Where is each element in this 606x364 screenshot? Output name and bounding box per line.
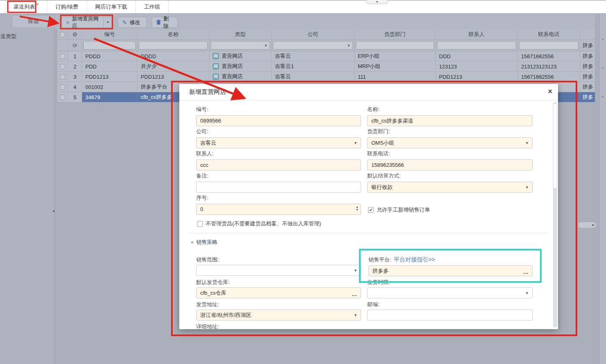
table-row[interactable]: 3 PDD1213 PDD1213 网直营网店 吉客云 111 PDD1213 … xyxy=(57,72,595,82)
row-number: 2 xyxy=(68,61,82,71)
filter-phone-input[interactable] xyxy=(519,41,579,50)
cell-name: PDD1213 xyxy=(137,72,209,82)
add-direct-shop-dialog: 新增直营网店 × 编号: 0899566 名称: cfb_cs拼多多渠道 公司:… xyxy=(179,84,558,329)
settlement-select[interactable]: 银行收款▼ xyxy=(367,182,533,193)
tab-close-icon[interactable]: × xyxy=(36,2,39,7)
row-number: 3 xyxy=(68,72,82,82)
no-goods-checkbox[interactable]: 不管理货品(不需要建货品档案、不做出入库管理) xyxy=(197,220,321,228)
select-all-checkbox[interactable] xyxy=(60,32,65,37)
name-input[interactable]: cfb_cs拼多多渠道 xyxy=(367,115,533,126)
checkbox-label: 不管理货品(不需要建货品档案、不做出入库管理) xyxy=(206,220,321,228)
delete-button[interactable]: 删除 xyxy=(152,17,178,28)
ship-limit-select[interactable]: ▼ xyxy=(367,287,533,298)
detail-address-label: 详细地址: xyxy=(196,323,219,329)
row-checkbox[interactable] xyxy=(60,64,65,69)
table-row[interactable]: 1 PDDD DDDD 网直营网店 吉客云 ERP小组 DDD 15671662… xyxy=(57,51,595,61)
row-checkbox[interactable] xyxy=(60,95,65,100)
ellipsis-icon[interactable]: … xyxy=(352,289,357,298)
checkbox-unchecked[interactable] xyxy=(197,221,203,227)
chevron-down-icon: ▼ xyxy=(106,20,110,24)
warehouse-input[interactable]: cfb_cs仓库 … xyxy=(196,287,361,298)
header-dept[interactable]: 负责部门 xyxy=(354,30,436,39)
cell-extra: 拼多 xyxy=(580,61,595,71)
filter-type-select[interactable]: ▼ xyxy=(210,41,270,50)
address-select[interactable]: 浙江省/杭州市/西湖区▼ xyxy=(196,309,361,321)
cell-dept: MRP小组 xyxy=(354,61,436,71)
filter-name-input[interactable] xyxy=(139,41,208,50)
header-code[interactable]: 编号 xyxy=(82,30,137,39)
tab-channel-list[interactable]: 渠道列表 × xyxy=(5,0,47,13)
sidebar-tree-label[interactable]: 道类型 xyxy=(0,33,16,40)
header-phone[interactable]: 联系电话 xyxy=(518,30,580,39)
tab-shop-order-download[interactable]: 网店订单下载 xyxy=(87,0,136,13)
code-input[interactable]: 0899566 xyxy=(196,115,361,126)
filter-phone-cell xyxy=(518,40,580,51)
filter-code-input[interactable] xyxy=(83,41,136,50)
close-icon[interactable]: × xyxy=(548,87,552,96)
right-splitter[interactable] xyxy=(599,14,606,364)
filter-dept-input[interactable] xyxy=(356,41,434,50)
company-select[interactable]: 吉客云▼ xyxy=(196,137,361,148)
settlement-label: 默认结算方式: xyxy=(367,172,401,180)
contact-input[interactable]: ccc xyxy=(196,159,361,171)
step-down-icon[interactable]: ▼ xyxy=(356,208,359,211)
cell-phone: 213123123123 xyxy=(518,61,580,71)
checkbox-label: 允许手工新增销售订单 xyxy=(377,206,430,214)
phone-input[interactable]: 15896235566 xyxy=(367,159,533,171)
scrollbar-thumb[interactable] xyxy=(553,103,557,189)
filter-company-select[interactable]: ▼ xyxy=(273,41,353,50)
platform-label: 销售平台:平台对接指引>> xyxy=(368,256,435,264)
allow-manual-order-checkbox[interactable]: ✔ 允许手工新增销售订单 xyxy=(368,206,430,214)
cell-phone: 15671662556 xyxy=(518,72,580,82)
dept-select[interactable]: OMS小组▼ xyxy=(367,137,533,148)
cell-company: 吉客云 xyxy=(272,72,354,82)
app-window: 渠道列表 × 订购/续费 网店订单下载 工作组 ▼ 筛选 道类型 ◀ + 新增直… xyxy=(0,0,606,364)
add-direct-shop-button[interactable]: + 新增直营网店 xyxy=(62,17,104,28)
sales-scope-select[interactable]: ▼ xyxy=(196,265,361,276)
sidebar-tab-filter[interactable]: 筛选 xyxy=(12,15,55,27)
seq-input[interactable]: 0 ▲▼ xyxy=(196,204,361,215)
chevron-down-icon: ▼ xyxy=(525,138,529,148)
tab-label: 网店订单下载 xyxy=(95,3,127,11)
right-collapse-handle[interactable]: ▶ xyxy=(578,222,597,228)
filter-contact-input[interactable] xyxy=(437,41,516,50)
number-stepper[interactable]: ▲▼ xyxy=(356,205,359,211)
filter-extra-cell: 拼多 xyxy=(580,40,595,51)
remark-input[interactable] xyxy=(196,182,361,193)
gear-icon[interactable]: ⚙ xyxy=(72,31,78,38)
edit-button[interactable]: ✎ 修改 xyxy=(118,17,147,28)
filter-empty-cell xyxy=(57,40,68,51)
row-checkbox[interactable] xyxy=(60,84,65,90)
platform-guide-link[interactable]: 平台对接指引>> xyxy=(394,256,435,263)
toolbar: + 新增直营网店 ▼ ✎ 修改 删除 xyxy=(55,14,595,30)
ellipsis-icon[interactable]: … xyxy=(523,267,529,276)
header-name[interactable]: 名称 xyxy=(137,30,209,39)
header-contact[interactable]: 联系人 xyxy=(436,30,518,39)
pencil-icon: ✎ xyxy=(122,20,127,25)
table-row[interactable]: 2 PDD 并夕夕 网直营网店 吉客云1 MRP小组 123123 213123… xyxy=(57,61,595,72)
bullet-icon xyxy=(191,241,193,243)
row-number: 4 xyxy=(68,82,82,92)
filter-name-cell xyxy=(137,40,209,51)
step-up-icon[interactable]: ▲ xyxy=(356,205,359,208)
cell-extra: 拼多 xyxy=(580,82,595,92)
dialog-scrollbar[interactable] xyxy=(553,102,557,328)
company-label: 公司: xyxy=(196,128,208,135)
collapse-header-handle[interactable]: ▼ xyxy=(366,0,388,4)
add-direct-shop-dropdown-button[interactable]: ▼ xyxy=(103,17,112,28)
filter-contact-cell xyxy=(436,40,518,51)
cell-contact: DDD xyxy=(436,51,518,61)
tab-order-renew[interactable]: 订购/续费 xyxy=(47,0,87,13)
refresh-icon[interactable]: ⟳ xyxy=(73,42,78,49)
cell-code: PDDD xyxy=(82,51,137,61)
tab-workgroup[interactable]: 工作组 xyxy=(136,0,169,13)
row-checkbox[interactable] xyxy=(60,74,65,80)
header-company[interactable]: 公司 xyxy=(272,30,354,39)
checkbox-checked[interactable]: ✔ xyxy=(368,207,374,213)
zip-input[interactable] xyxy=(367,309,533,321)
cell-extra: 拼多 xyxy=(580,92,595,102)
row-checkbox[interactable] xyxy=(60,54,65,59)
header-type[interactable]: 类型 xyxy=(209,30,272,39)
platform-input[interactable]: 拼多多 … xyxy=(368,265,533,276)
sidebar-collapse-handle[interactable]: ◀ xyxy=(52,206,55,216)
